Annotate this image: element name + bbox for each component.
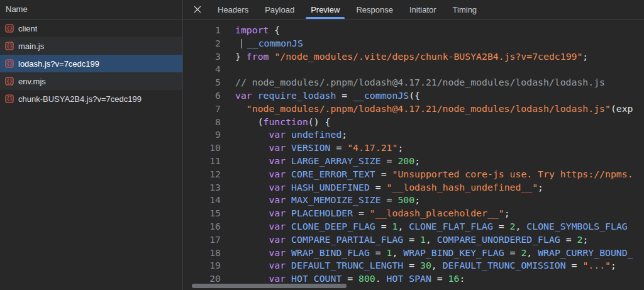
- line-number: 18: [183, 247, 221, 260]
- code-line-text: __commonJS: [221, 37, 303, 50]
- svg-text:{}: {}: [6, 26, 13, 31]
- code-token: COMPARE_PARTIAL_FLAG: [291, 234, 403, 245]
- scrollbar-thumb[interactable]: [192, 284, 347, 288]
- network-request-row[interactable]: {} main.js: [0, 37, 182, 55]
- code-line-text: [221, 63, 235, 76]
- code-token: ,: [431, 260, 443, 270]
- line-number: 7: [183, 103, 221, 116]
- tab-payload[interactable]: Payload: [257, 0, 303, 19]
- code-token: PLACEHOLDER: [291, 208, 353, 218]
- code-token: [286, 129, 291, 140]
- code-line-text: var require_lodash = __commonJS({: [221, 89, 420, 103]
- close-icon[interactable]: [189, 0, 206, 19]
- code-token: }: [235, 51, 247, 62]
- code-token: 2: [521, 247, 526, 258]
- code-token: [286, 142, 291, 153]
- code-token: HASH_UNDEFINED: [291, 182, 370, 192]
- code-line: 6var require_lodash = __commonJS({: [183, 89, 644, 103]
- code-token: 2: [510, 221, 516, 231]
- code-token: [235, 129, 269, 140]
- code-token: "...": [582, 260, 611, 270]
- line-number: 2: [183, 37, 221, 50]
- line-number: 17: [183, 233, 221, 247]
- code-token: ,: [397, 221, 409, 231]
- code-token: "4.17.21": [347, 142, 397, 153]
- tab-headers[interactable]: Headers: [209, 0, 257, 19]
- network-request-row[interactable]: {} chunk-BUSYA2B4.js?v=7cedc199: [0, 90, 182, 108]
- code-token: [286, 221, 291, 231]
- request-name: chunk-BUSYA2B4.js?v=7cedc199: [18, 94, 142, 104]
- code-line: 1import {: [183, 24, 644, 37]
- tab-timing[interactable]: Timing: [445, 0, 486, 19]
- code-token: var: [269, 234, 286, 245]
- network-request-row[interactable]: {} client: [0, 20, 182, 37]
- code-token: =: [336, 90, 353, 101]
- code-token: MAX_MEMOIZE_SIZE: [291, 194, 381, 205]
- line-number: 10: [183, 142, 221, 155]
- line-number: 4: [183, 63, 221, 76]
- code-token: ;: [582, 51, 588, 62]
- code-token: =: [493, 221, 510, 231]
- code-token: var: [269, 155, 286, 166]
- code-line: 4: [183, 63, 644, 76]
- line-number: 8: [183, 116, 221, 129]
- code-token: [286, 155, 291, 166]
- code-token: var: [269, 247, 286, 258]
- code-line: 2 __commonJS: [183, 37, 644, 50]
- code-line: 10 var VERSION = "4.17.21";: [183, 142, 644, 155]
- horizontal-scrollbar[interactable]: [183, 282, 644, 290]
- code-line: 15 var PLACEHOLDER = "__lodash_placehold…: [183, 207, 644, 220]
- svg-text:{}: {}: [6, 96, 13, 102]
- code-token: import: [235, 25, 269, 35]
- line-number: 6: [183, 89, 221, 103]
- code-line-text: "node_modules/.pnpm/lodash@4.17.21/node_…: [221, 103, 633, 116]
- code-token: () {: [308, 116, 331, 127]
- code-token: CLONE_SYMBOLS_FLAG: [526, 221, 627, 231]
- code-token: CORE_ERROR_TEXT: [291, 169, 375, 179]
- code-line-text: } from "/node_modules/.vite/deps/chunk-B…: [221, 50, 588, 64]
- detail-tabbar: HeadersPayloadPreviewResponseInitiatorTi…: [183, 0, 644, 20]
- code-token: CLONE_DEEP_FLAG: [291, 221, 375, 231]
- code-token: VERSION: [291, 142, 330, 153]
- code-token: ({: [409, 90, 420, 101]
- code-token: [235, 182, 269, 192]
- tab-initiator[interactable]: Initiator: [401, 0, 445, 19]
- code-line-text: // node_modules/.pnpm/lodash@4.17.21/nod…: [221, 76, 605, 89]
- code-token: [235, 103, 247, 114]
- script-file-icon: {}: [5, 24, 14, 33]
- tab-preview[interactable]: Preview: [303, 0, 348, 19]
- line-number: 5: [183, 76, 221, 89]
- request-name: lodash.js?v=7cedc199: [18, 59, 99, 69]
- network-request-row[interactable]: {} lodash.js?v=7cedc199: [0, 55, 182, 72]
- script-file-icon: {}: [5, 42, 14, 50]
- tab-response[interactable]: Response: [348, 0, 401, 19]
- code-line-text: var COMPARE_PARTIAL_FLAG = 1, COMPARE_UN…: [221, 233, 588, 247]
- code-token: "Unsupported core-js use. Try https://np…: [392, 169, 633, 179]
- devtools-network-panel: Name {} client {} main.js {} lodash.js?v…: [0, 0, 644, 290]
- code-token: =: [403, 260, 420, 270]
- code-token: [235, 155, 269, 166]
- code-token: from: [247, 51, 269, 62]
- network-request-list: Name {} client {} main.js {} lodash.js?v…: [0, 0, 183, 290]
- line-number: 16: [183, 220, 221, 233]
- code-token: [235, 247, 269, 258]
- code-token: =: [381, 194, 398, 205]
- code-token: WRAP_CURRY_BOUND_: [538, 247, 633, 258]
- request-name: env.mjs: [18, 77, 46, 86]
- code-token: ,: [426, 234, 437, 245]
- code-token: 1: [420, 234, 426, 245]
- code-token: [286, 169, 291, 179]
- code-line: 3} from "/node_modules/.vite/deps/chunk-…: [183, 50, 644, 64]
- code-token: =: [403, 234, 420, 245]
- name-column-header[interactable]: Name: [0, 0, 182, 20]
- code-line: 18 var WRAP_BIND_FLAG = 1, WRAP_BIND_KEY…: [183, 247, 644, 260]
- preview-code-viewer[interactable]: 1import {2 __commonJS3} from "/node_modu…: [183, 20, 644, 290]
- code-line: 8 (function() {: [183, 116, 644, 129]
- code-token: "__lodash_placeholder__": [370, 208, 504, 218]
- request-name: client: [18, 24, 37, 33]
- code-token: var: [269, 129, 286, 140]
- code-token: =: [353, 208, 370, 218]
- network-request-row[interactable]: {} env.mjs: [0, 72, 182, 90]
- code-token: [235, 208, 269, 218]
- code-token: [286, 260, 291, 270]
